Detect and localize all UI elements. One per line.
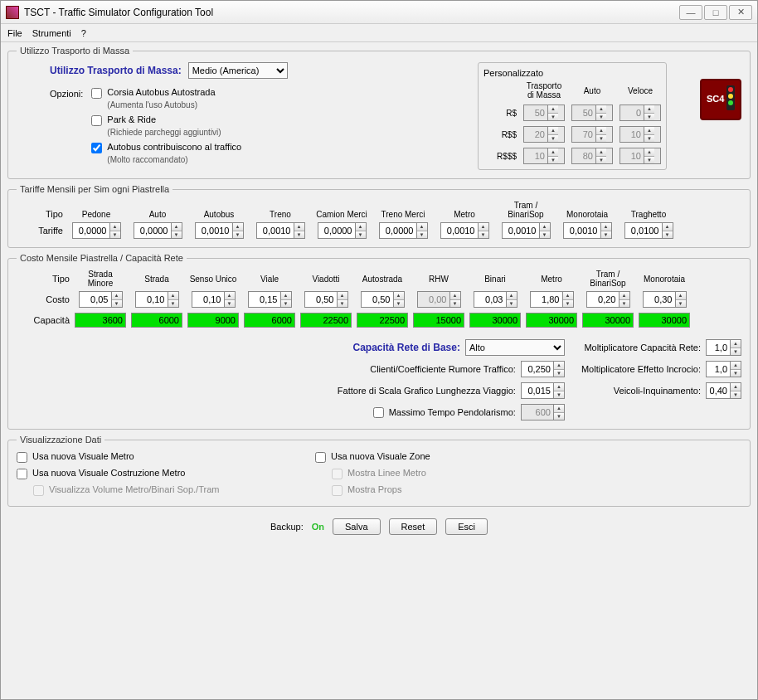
fare-trenomerci[interactable]: ▲▼ bbox=[379, 222, 428, 239]
cap-rhw: 15000 bbox=[413, 313, 464, 328]
cap-viadotti: 22500 bbox=[300, 313, 352, 328]
menu-tools[interactable]: Strumenti bbox=[32, 28, 71, 38]
cap-viale: 6000 bbox=[244, 313, 295, 328]
fare-pedone[interactable]: ▲▼ bbox=[72, 222, 121, 239]
minimize-button[interactable]: — bbox=[679, 5, 702, 20]
fare-traghetto[interactable]: ▲▼ bbox=[624, 222, 673, 239]
cost-metro[interactable]: ▲▼ bbox=[530, 291, 574, 308]
fare-auto[interactable]: ▲▼ bbox=[134, 222, 182, 239]
max-commute-check[interactable] bbox=[373, 407, 384, 418]
mult-cap[interactable]: ▲▼ bbox=[706, 339, 741, 356]
fare-monorotaia[interactable]: ▲▼ bbox=[563, 222, 612, 239]
cap-binari: 30000 bbox=[469, 313, 521, 328]
custom-group: Personalizzato Trasporto di Massa Auto V… bbox=[478, 62, 667, 170]
cost-viadotti[interactable]: ▲▼ bbox=[304, 291, 348, 308]
r2-mt: ▲▼ bbox=[523, 126, 565, 143]
cost-tram[interactable]: ▲▼ bbox=[586, 291, 630, 308]
r3-auto: ▲▼ bbox=[571, 148, 613, 164]
fares-legend: Tariffe Mensili per Sim ogni Piastrella bbox=[17, 184, 172, 194]
cap-strada: 6000 bbox=[131, 313, 182, 328]
cap-autostrada: 22500 bbox=[357, 313, 408, 328]
noise-coeff[interactable]: ▲▼ bbox=[521, 361, 565, 377]
cap-monorotaia: 30000 bbox=[639, 313, 690, 328]
r3-speed: ▲▼ bbox=[620, 148, 661, 164]
dv-show-props bbox=[332, 485, 343, 496]
dv-zone-view[interactable] bbox=[315, 452, 326, 463]
maximize-button[interactable]: □ bbox=[704, 5, 727, 20]
fare-camion[interactable]: ▲▼ bbox=[318, 222, 367, 239]
opt-park-ride[interactable] bbox=[91, 115, 102, 126]
window-title: TSCT - Traffic Simulator Configuration T… bbox=[24, 7, 679, 18]
backup-label: Backup: bbox=[270, 522, 304, 532]
r1-mt: ▲▼ bbox=[523, 105, 565, 121]
fare-tram[interactable]: ▲▼ bbox=[502, 222, 551, 239]
cost-group: Costo Mensile Piastrella / Capacità Rete… bbox=[7, 253, 751, 430]
fare-metro[interactable]: ▲▼ bbox=[440, 222, 489, 239]
app-window: TSCT - Traffic Simulator Configuration T… bbox=[0, 0, 758, 700]
cost-senso-unico[interactable]: ▲▼ bbox=[192, 291, 236, 308]
mass-transit-legend: Utilizzo Trasporto di Massa bbox=[17, 46, 133, 56]
r3-mt: ▲▼ bbox=[523, 148, 565, 164]
custom-title: Personalizzato bbox=[483, 68, 661, 78]
cap-tram: 30000 bbox=[582, 313, 634, 328]
mass-transit-label: Utilizzo Trasporto di Massa: bbox=[50, 65, 182, 76]
cost-monorotaia[interactable]: ▲▼ bbox=[643, 291, 687, 308]
opt-bus-traffic[interactable] bbox=[91, 143, 102, 153]
save-button[interactable]: Salva bbox=[333, 518, 381, 535]
close-button[interactable]: ✕ bbox=[729, 5, 752, 20]
options-label: Opzioni: bbox=[50, 87, 83, 169]
cost-strada-minore[interactable]: ▲▼ bbox=[79, 291, 123, 308]
cost-rhw: ▲▼ bbox=[417, 291, 461, 308]
cost-strada[interactable]: ▲▼ bbox=[135, 291, 179, 308]
base-cap-select[interactable]: Alto bbox=[465, 339, 565, 356]
r1-speed: ▲▼ bbox=[620, 105, 661, 121]
dv-metro-build[interactable] bbox=[17, 469, 27, 479]
mult-intersection[interactable]: ▲▼ bbox=[706, 361, 741, 377]
r2-speed: ▲▼ bbox=[620, 126, 661, 143]
sc4-logo-icon: SC4 bbox=[700, 79, 741, 120]
dv-metro-view[interactable] bbox=[17, 452, 27, 463]
exit-button[interactable]: Esci bbox=[445, 518, 488, 535]
dv-metro-volume bbox=[33, 485, 44, 496]
cap-metro: 30000 bbox=[526, 313, 577, 328]
fare-treno[interactable]: ▲▼ bbox=[256, 222, 305, 239]
veh-pollution[interactable]: ▲▼ bbox=[706, 382, 741, 399]
max-commute-val: ▲▼ bbox=[521, 404, 565, 420]
menu-file[interactable]: File bbox=[7, 28, 22, 38]
mass-transit-group: Utilizzo Trasporto di Massa Utilizzo Tra… bbox=[7, 46, 751, 179]
menubar: File Strumenti ? bbox=[1, 24, 757, 42]
cap-senso-unico: 9000 bbox=[187, 313, 239, 328]
opt-bus-highway[interactable] bbox=[91, 88, 102, 99]
trip-scale[interactable]: ▲▼ bbox=[521, 382, 565, 399]
reset-button[interactable]: Reset bbox=[389, 518, 438, 535]
backup-status: On bbox=[312, 522, 324, 532]
fares-group: Tariffe Mensili per Sim ogni Piastrella … bbox=[7, 184, 751, 248]
r2-auto: ▲▼ bbox=[571, 126, 613, 143]
dataview-group: Visualizzazione Dati Usa nuova Visuale M… bbox=[7, 435, 751, 507]
fare-autobus[interactable]: ▲▼ bbox=[195, 222, 244, 239]
cost-legend: Costo Mensile Piastrella / Capacità Rete bbox=[17, 253, 187, 263]
app-icon bbox=[6, 6, 19, 19]
cost-autostrada[interactable]: ▲▼ bbox=[361, 291, 405, 308]
titlebar: TSCT - Traffic Simulator Configuration T… bbox=[1, 1, 757, 24]
dataview-legend: Visualizzazione Dati bbox=[17, 435, 104, 445]
cap-strada-minore: 3600 bbox=[75, 313, 126, 328]
base-cap-label: Capacità Rete di Base: bbox=[353, 342, 460, 353]
cost-viale[interactable]: ▲▼ bbox=[248, 291, 292, 308]
dv-show-lines bbox=[332, 469, 343, 479]
r1-auto: ▲▼ bbox=[571, 105, 613, 121]
mass-transit-preset[interactable]: Medio (America) bbox=[188, 62, 288, 79]
cost-binari[interactable]: ▲▼ bbox=[474, 291, 517, 308]
menu-help[interactable]: ? bbox=[81, 28, 86, 38]
